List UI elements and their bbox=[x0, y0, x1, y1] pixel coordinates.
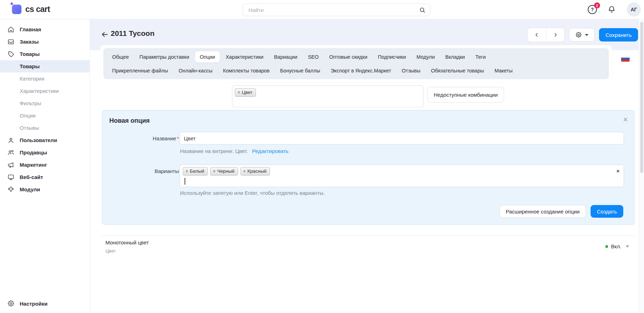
notification-badge: 2 bbox=[594, 2, 600, 8]
status-dot-icon bbox=[605, 245, 608, 248]
sidebar-item-categories[interactable]: Категории bbox=[0, 72, 90, 85]
edit-link[interactable]: Редактировать bbox=[252, 148, 289, 154]
monitor-icon bbox=[7, 173, 15, 181]
tabs-row-2: Прикрепленные файлы Онлайн-кассы Комплек… bbox=[108, 64, 605, 77]
tab-layouts[interactable]: Макеты bbox=[490, 65, 517, 76]
tab-tags[interactable]: Теги bbox=[471, 51, 490, 63]
puzzle-icon bbox=[7, 186, 15, 193]
remove-tag-icon[interactable]: × bbox=[186, 169, 188, 173]
logo[interactable]: cs cart bbox=[12, 5, 50, 14]
tab-reviews[interactable]: Отзывы bbox=[397, 65, 425, 76]
page-title: 2011 Tycoon bbox=[111, 29, 155, 38]
sidebar-item-label: Пользователи bbox=[20, 137, 57, 143]
tab-attachments[interactable]: Прикрепленные файлы bbox=[108, 65, 173, 76]
sidebar-item-filters[interactable]: Фильтры bbox=[0, 97, 90, 109]
tab-seo[interactable]: SEO bbox=[303, 51, 323, 63]
tab-online-checkouts[interactable]: Онлайн-кассы bbox=[174, 65, 217, 76]
sidebar-item-products-list[interactable]: Товары bbox=[0, 60, 90, 72]
options-select-field[interactable]: × Цвет bbox=[232, 85, 424, 107]
advanced-option-button[interactable]: Расширенное создание опции bbox=[500, 205, 586, 218]
variant-chip: × Черный bbox=[210, 167, 238, 175]
tab-required-products[interactable]: Обязательные товары bbox=[426, 65, 489, 76]
tabs-container: Общее Параметры доставки Опции Характери… bbox=[103, 48, 609, 79]
divider bbox=[102, 235, 635, 236]
sidebar-item-vendors[interactable]: Продавцы bbox=[0, 146, 90, 159]
home-icon bbox=[7, 26, 15, 33]
variants-input-field[interactable]: × Белый × Черный × Красный ✕ bbox=[180, 165, 624, 187]
create-button[interactable]: Создать bbox=[591, 205, 623, 218]
sidebar-item-label: Настройки bbox=[20, 301, 47, 307]
tab-yandex-market-export[interactable]: Экспорт в Яндекс.Маркет bbox=[326, 65, 396, 76]
next-button[interactable] bbox=[546, 28, 564, 41]
sidebar-item-marketing[interactable]: Маркетинг bbox=[0, 159, 90, 171]
avatar[interactable]: АГ bbox=[627, 2, 641, 17]
sidebar-item-label: Веб-сайт bbox=[20, 174, 43, 180]
gear-icon bbox=[575, 31, 582, 38]
sidebar-item-website[interactable]: Веб-сайт bbox=[0, 171, 90, 183]
search-input[interactable] bbox=[248, 7, 419, 13]
selected-option-chip: × Цвет bbox=[235, 88, 256, 97]
scrollbar bbox=[639, 19, 644, 313]
tag-icon bbox=[7, 50, 15, 58]
option-name-input[interactable] bbox=[180, 132, 624, 145]
tabs-row-1: Общее Параметры доставки Опции Характери… bbox=[108, 50, 605, 64]
chevron-right-icon bbox=[553, 32, 558, 38]
remove-tag-icon[interactable]: × bbox=[238, 90, 240, 95]
tab-options[interactable]: Опции bbox=[195, 51, 220, 63]
bell-icon bbox=[607, 5, 616, 14]
logo-text: cs cart bbox=[25, 5, 50, 14]
arrow-left-icon bbox=[101, 31, 109, 38]
sidebar-item-home[interactable]: Главная bbox=[0, 23, 90, 36]
save-button[interactable]: Сохранить bbox=[599, 28, 638, 41]
global-search[interactable] bbox=[243, 4, 430, 16]
sidebar-item-label: Маркетинг bbox=[20, 162, 47, 168]
tab-product-bundles[interactable]: Комплекты товаров bbox=[218, 65, 274, 76]
tab-reward-points[interactable]: Бонусные баллы bbox=[276, 65, 325, 76]
close-icon[interactable]: × bbox=[623, 114, 628, 125]
megaphone-icon bbox=[7, 161, 15, 169]
new-option-panel: Новая опция × Название* Название на витр… bbox=[102, 110, 635, 225]
notifications-button[interactable] bbox=[607, 5, 616, 14]
language-flag-ru[interactable] bbox=[621, 56, 630, 62]
tab-features[interactable]: Характеристики bbox=[221, 51, 268, 63]
remove-tag-icon[interactable]: × bbox=[243, 169, 246, 173]
status-label: Вкл. bbox=[611, 243, 622, 249]
sidebar-item-users[interactable]: Пользователи bbox=[0, 134, 90, 146]
sidebar-item-features[interactable]: Характеристики bbox=[0, 85, 90, 97]
variant-chip: × Белый bbox=[183, 167, 208, 175]
pagination-group bbox=[527, 28, 565, 42]
sidebar-item-settings[interactable]: Настройки bbox=[0, 296, 89, 311]
sidebar-item-reviews[interactable]: Отзывы bbox=[0, 122, 90, 134]
logo-icon bbox=[12, 5, 21, 14]
back-button[interactable] bbox=[101, 31, 109, 38]
status-dropdown[interactable]: Вкл. bbox=[605, 243, 629, 249]
scrollbar-thumb[interactable] bbox=[640, 22, 643, 173]
tabs-card: Общее Параметры доставки Опции Характери… bbox=[100, 45, 612, 82]
panel-title: Новая опция bbox=[109, 117, 150, 124]
tab-addons[interactable]: Модули bbox=[412, 51, 439, 63]
search-icon[interactable] bbox=[419, 7, 426, 13]
settings-dropdown-button[interactable] bbox=[569, 28, 594, 41]
orders-icon bbox=[7, 38, 15, 46]
tab-variations[interactable]: Вариации bbox=[269, 51, 302, 63]
variants-hint: Используйте запятую или Enter, чтобы отд… bbox=[180, 190, 325, 196]
tab-tabs[interactable]: Вкладки bbox=[441, 51, 470, 63]
top-bar: cs cart ? 2 АГ bbox=[0, 0, 644, 19]
tab-subscribers[interactable]: Подписчики bbox=[373, 51, 411, 63]
help-button[interactable]: ? 2 bbox=[588, 5, 598, 15]
tab-shipping-properties[interactable]: Параметры доставки bbox=[135, 51, 194, 63]
sidebar-item-addons[interactable]: Модули bbox=[0, 183, 90, 196]
prev-button[interactable] bbox=[528, 28, 546, 41]
sidebar-item-orders[interactable]: Заказы bbox=[0, 36, 90, 48]
tab-general[interactable]: Общее bbox=[108, 51, 133, 63]
forbidden-combinations-button[interactable]: Недоступные комбинации bbox=[427, 87, 504, 103]
tab-qty-discounts[interactable]: Оптовые скидки bbox=[325, 51, 372, 63]
remove-tag-icon[interactable]: × bbox=[213, 169, 215, 173]
variant-chip: × Красный bbox=[240, 167, 270, 175]
sidebar-item-products[interactable]: Товары bbox=[0, 48, 90, 60]
sidebar-item-options[interactable]: Опции bbox=[0, 109, 90, 122]
clear-field-icon[interactable]: ✕ bbox=[616, 169, 620, 174]
chevron-left-icon bbox=[534, 32, 540, 38]
option-row-name[interactable]: Монотонный цвет bbox=[105, 239, 149, 245]
user-icon bbox=[7, 136, 15, 144]
